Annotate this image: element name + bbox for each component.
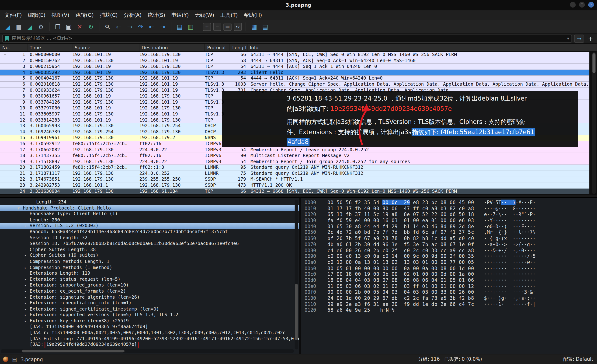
restart-capture-icon[interactable]: ◢ [25, 22, 35, 32]
open-file-icon[interactable]: ❐ [53, 22, 63, 32]
auto-scroll-icon[interactable]: ▥ [186, 22, 196, 32]
hex-bytes[interactable]: c0 12 00 0a 13 01 13 02 13 03 01 00 00 7… [327, 260, 474, 265]
hex-bytes[interactable]: 01 05 03 06 03 02 01 02 03 ff 01 00 01 0… [327, 283, 474, 289]
menu-item[interactable]: 电话(Y) [168, 10, 192, 20]
hex-bytes[interactable]: 01 17 17 fb 40 00 80 06 47 ff c0 a8 b3 8… [327, 206, 474, 211]
detail-row[interactable]: [JA3: 19e29534fd49dd27d09234e639c4057e] [0, 342, 299, 348]
menu-item[interactable]: 分析(A) [121, 10, 145, 20]
packet-row[interactable]: 20.000150762192.168.179.130192.168.101.1… [0, 58, 589, 63]
expander-icon[interactable]: ▸ [24, 294, 27, 300]
hex-row[interactable]: 010024 00 1d 00 20 29 67 db c2 2c fa 73 … [305, 295, 597, 301]
detail-row[interactable]: Session ID Length: 32 [0, 235, 299, 241]
expander-icon[interactable]: ▸ [24, 306, 27, 312]
menu-item[interactable]: 视图(V) [48, 10, 72, 20]
display-filter-input[interactable]: 应用显示过滤器 ... <Ctrl-/> ▾ [2, 34, 572, 42]
detail-row[interactable]: ▸Cipher Suites (19 suites) [0, 253, 299, 259]
detail-row[interactable]: Handshake Type: Client Hello (1) [0, 211, 299, 217]
menu-item[interactable]: 无线(W) [192, 10, 217, 20]
column-header-protocol[interactable]: Protocol [205, 44, 230, 52]
hex-bytes[interactable]: 18 08 04 04 03 08 07 08 05 08 06 04 01 0… [327, 277, 474, 283]
expander-icon[interactable]: ▸ [24, 223, 27, 229]
scrollbar-thumb[interactable] [295, 284, 298, 340]
hex-bytes[interactable]: bf 20 7b 5f 67 a9 28 78 0b 82 b8 1c dd a… [327, 235, 474, 241]
hex-row[interactable]: 012068 a6 4e 9e 25h·N·% [305, 307, 597, 313]
zoom-in-icon[interactable]: + [203, 23, 211, 31]
packet-row[interactable]: 213.171871117192.168.179.130224.0.0.252L… [0, 171, 589, 176]
close-file-icon[interactable]: ✕ [75, 22, 85, 32]
menu-item[interactable]: 帮助(H) [241, 10, 265, 20]
hex-row[interactable]: 00d018 08 04 04 03 08 07 08 05 08 06 04 … [305, 277, 597, 283]
zoom-out-icon[interactable]: − [213, 23, 221, 31]
hex-bytes[interactable]: 09 e9 2e a3 f6 31 ae 20 f9 dd 1e db 2e 6… [327, 301, 474, 307]
detail-row[interactable]: Extensions Length: 119 [0, 270, 299, 276]
expander-icon[interactable]: ▸ [24, 312, 27, 318]
hex-bytes[interactable]: 00 00 00 2b 00 05 04 03 04 03 03 00 33 0… [327, 289, 474, 295]
hex-row[interactable]: 00a0c0 12 00 0a 13 01 13 02 13 03 01 00 … [305, 260, 597, 266]
save-file-icon[interactable]: ▣ [64, 22, 73, 32]
detail-row[interactable]: [JA4: t13i190800_9dc949149365_97f8aa674f… [0, 324, 299, 330]
detail-row[interactable]: ▸Extension: renegotiation_info (len=1) [0, 300, 299, 306]
stop-capture-icon[interactable]: ■ [14, 22, 24, 32]
detail-row[interactable]: ▸Version: TLS 1.2 (0x0303) [0, 223, 299, 229]
column-header-info[interactable]: Info [247, 44, 597, 52]
menu-item[interactable]: 统计(S) [145, 10, 168, 20]
detail-row[interactable]: ▸Extension: supported_versions (len=5) T… [0, 312, 299, 318]
packet-row[interactable]: 40.000385292192.168.101.19192.168.179.13… [0, 70, 589, 75]
expander-icon[interactable]: ▸ [24, 300, 27, 306]
menu-item[interactable]: 编辑(E) [25, 10, 48, 20]
packet-list-scrollbar[interactable] [592, 52, 596, 194]
hex-row[interactable]: 00c017 00 18 00 19 00 0b 00 02 01 00 00 … [305, 271, 597, 277]
expander-icon[interactable]: ▸ [24, 318, 27, 324]
detail-row[interactable]: ▸Extension: ec_point_formats (len=2) [0, 288, 299, 294]
expander-icon[interactable]: ▸ [24, 253, 27, 259]
detail-row[interactable]: Session ID: 7b5f67a928780b82b81cdda5d0c0… [0, 241, 299, 247]
menu-item[interactable]: 捕获(C) [97, 10, 121, 20]
capture-options-icon[interactable]: ⚙ [36, 22, 46, 32]
scrollbar-thumb[interactable] [592, 53, 595, 73]
detail-row[interactable]: ▸Extension: status_request (len=5) [0, 277, 299, 282]
detail-row[interactable]: ▸Extension: key_share (len=38) x25519 [0, 318, 299, 324]
menu-item[interactable]: 文件(F) [2, 10, 25, 20]
maximize-button[interactable]: ▢ [579, 2, 585, 8]
go-back-icon[interactable]: ← [114, 22, 123, 32]
colorize-packets-icon[interactable]: ▤ [175, 22, 184, 32]
column-header-source[interactable]: Source [72, 44, 139, 52]
pane-splitter[interactable] [0, 195, 597, 198]
start-capture-icon[interactable]: ◢ [3, 22, 13, 32]
go-forward-icon[interactable]: → [125, 22, 134, 32]
packet-row[interactable]: 183.171437355fe80::15f4:2cb7:2cb…ff02::1… [0, 153, 589, 159]
status-profile[interactable]: 配置: Default [563, 356, 593, 363]
expert-info-icon[interactable] [3, 356, 8, 362]
hex-row[interactable]: 004003 65 30 a8 44 e4 f4 29 b1 14 e3 46 … [305, 223, 597, 229]
column-header-time[interactable]: Time [28, 44, 72, 52]
packet-row[interactable]: 60.002010818192.168.179.130192.168.101.1… [0, 81, 589, 87]
hex-bytes[interactable]: fa f0 59 e4 00 00 16 03 01 00 ea 01 00 0… [327, 217, 474, 223]
hex-bytes[interactable]: 03 65 30 a8 44 e4 f4 29 b1 14 e3 46 8d 8… [327, 223, 474, 229]
expander-icon[interactable]: ▸ [24, 282, 27, 288]
detail-row[interactable]: ▸Compression Methods (1 method) [0, 265, 299, 270]
detail-row[interactable]: [JA3 Fullstring: 771,49195-49199-49196-4… [0, 336, 299, 342]
go-to-packet-icon[interactable]: ↷ [136, 22, 146, 32]
hex-bytes[interactable]: c4 e6 00 26 c0 2b c0 2f c0 2c c0 30 cc a… [327, 247, 474, 253]
filter-dropdown-icon[interactable]: ▾ [567, 36, 569, 41]
packet-row[interactable]: 193.171518897192.168.179.130224.0.0.22IG… [0, 159, 589, 165]
hex-row[interactable]: 00b000 05 01 00 00 00 00 00 0a 00 0a 00 … [305, 265, 597, 271]
column-header-no[interactable]: No. [0, 44, 28, 52]
hex-bytes[interactable]: 2c 4d 72 a0 bd 7b 7f 7d bb fd 6c af 07 f… [327, 229, 474, 235]
packet-row[interactable]: 173.170662082192.168.179.130224.0.0.22IG… [0, 147, 589, 153]
capture-comment-icon[interactable]: ▤ [12, 356, 17, 362]
hex-row[interactable]: 00e001 05 03 06 03 02 01 02 03 ff 01 00 … [305, 283, 597, 289]
zoom-reset-icon[interactable]: ▭ [223, 23, 231, 31]
filter-bookmark-icon[interactable] [5, 36, 9, 41]
scrollbar-thumb[interactable] [22, 350, 125, 352]
packet-row[interactable]: 50.000404167192.168.179.130192.168.101.1… [0, 76, 589, 81]
hex-bytes[interactable]: c0 09 c0 13 c0 0a c0 14 00 9c 00 9d 00 2… [327, 253, 474, 259]
detail-row[interactable]: [JA4_r: t13i190800_000a,002f,0035,009c,0… [0, 330, 299, 336]
expander-icon[interactable]: ▼ [17, 205, 20, 211]
detail-hscrollbar[interactable] [1, 349, 294, 353]
reload-file-icon[interactable]: ↻ [86, 22, 96, 32]
packet-row[interactable]: 223.174673851192.168.179.130239.255.255.… [0, 177, 589, 182]
hex-row[interactable]: 0070db a0 61 2b 30 dd 96 3e f5 3e 7b ac … [305, 242, 597, 248]
hex-bytes[interactable]: 68 a6 4e 9e 25 [327, 307, 370, 313]
hex-row[interactable]: 00502c 4d 72 a0 bd 7b 7f 7d bb fd 6c af … [305, 229, 597, 236]
